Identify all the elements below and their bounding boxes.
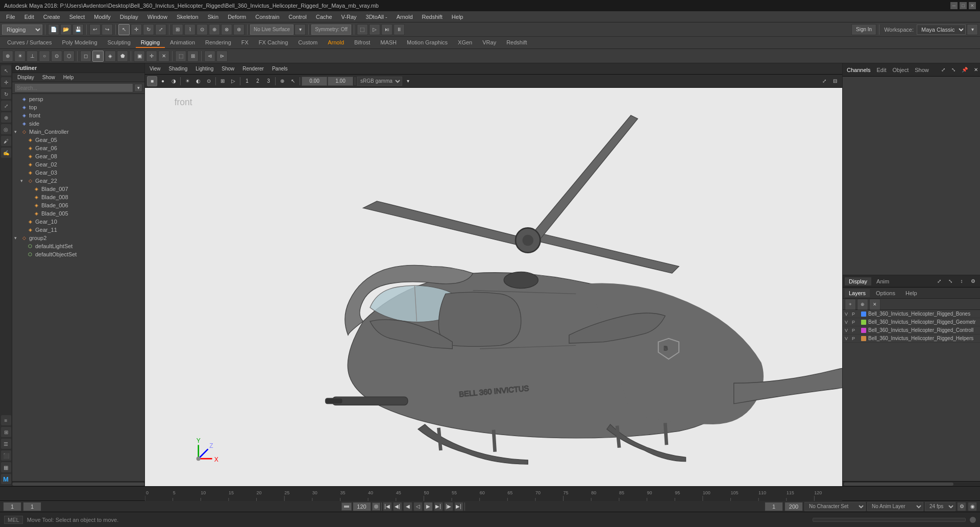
channelbox-pin-button[interactable]: 📌 [962, 65, 968, 75]
sidebar-icon-1[interactable]: ≡ [1, 415, 11, 425]
tree-item-gear05[interactable]: ◈ Gear_05 [12, 136, 144, 144]
channelbox-close-button[interactable]: ✕ [974, 65, 978, 75]
scale-icon[interactable]: ⤢ [1, 101, 11, 111]
menu-control[interactable]: Control [284, 13, 310, 21]
pause-button[interactable]: ⏸ [394, 24, 405, 35]
menu-select[interactable]: Select [65, 13, 89, 21]
menu-redshift[interactable]: Redshift [418, 13, 447, 21]
tab-bifrost[interactable]: Bifrost [349, 38, 375, 48]
viewport-lighting-menu[interactable]: Lighting [193, 65, 216, 72]
prev-frame-button[interactable]: ◀ [403, 502, 412, 511]
viewport-show-menu[interactable]: Show [219, 65, 237, 72]
menu-help[interactable]: Help [448, 13, 468, 21]
snap-grid-button[interactable]: ⊞ [172, 24, 183, 35]
tree-item-group2[interactable]: ▾ ◇ group2 [12, 234, 144, 242]
vp-flat-button[interactable]: ◑ [168, 76, 179, 86]
ctx-btn-13[interactable]: ✕ [158, 51, 169, 62]
vp-manip-button[interactable]: ⊕ [277, 76, 287, 86]
ipr-button[interactable]: ⏯ [381, 24, 393, 35]
layer-new-empty-button[interactable]: ⊕ [857, 299, 868, 310]
ctx-btn-10[interactable]: ⬟ [117, 51, 128, 62]
layer-v-bones[interactable]: V [845, 312, 852, 317]
sidebar-icon-2[interactable]: ⊞ [1, 427, 11, 437]
tree-item-defaultlightset[interactable]: ⬡ defaultLightSet [12, 242, 144, 250]
snap-live-button[interactable]: ⊛ [233, 24, 244, 35]
tree-item-gear08[interactable]: ◈ Gear_08 [12, 152, 144, 160]
tab-arnold[interactable]: Arnold [323, 38, 349, 48]
outliner-search-input[interactable] [14, 83, 133, 92]
ctx-btn-6[interactable]: ⬡ [63, 51, 75, 62]
menu-file[interactable]: File [2, 13, 19, 21]
tab-animation[interactable]: Animation [165, 38, 200, 48]
object-tab[interactable]: Object [892, 67, 909, 73]
layer-item-geometry[interactable]: V P Bell_360_Invictus_Helicopter_Rigged_… [843, 318, 980, 326]
tree-item-gear10[interactable]: ◈ Gear_10 [12, 218, 144, 226]
ctx-btn-17[interactable]: ⊳ [216, 51, 228, 62]
layer-settings-button[interactable]: ⚙ [968, 276, 978, 286]
tab-vray[interactable]: VRay [477, 38, 501, 48]
play-back-button[interactable]: ◁ [413, 502, 423, 511]
viewport-view-menu[interactable]: View [147, 65, 163, 72]
next-frame-button[interactable]: ▶| [434, 502, 443, 511]
timeline-ruler[interactable]: 0 5 10 15 20 25 30 35 40 45 50 55 60 [145, 487, 842, 501]
viewport-renderer-menu[interactable]: Renderer [240, 65, 266, 72]
vp-wireframe-button[interactable]: ■ [147, 76, 157, 86]
vp-res-high-button[interactable]: 3 [263, 76, 274, 86]
sidebar-icon-4[interactable]: ⬛ [1, 450, 11, 461]
tree-item-blade007[interactable]: ◈ Blade_007 [12, 185, 144, 193]
layer-delete-button[interactable]: ✕ [869, 299, 880, 310]
ctx-btn-11[interactable]: ▣ [134, 51, 145, 62]
tree-item-persp[interactable]: ◈ persp [12, 95, 144, 103]
soft-select-icon[interactable]: ◎ [1, 124, 11, 134]
select-tool-button[interactable]: ↖ [118, 24, 130, 35]
frame-max-input[interactable] [353, 502, 371, 511]
layer-item-bones[interactable]: V P Bell_360_Invictus_Helicopter_Rigged_… [843, 310, 980, 318]
tree-item-gear06[interactable]: ◈ Gear_06 [12, 144, 144, 152]
menu-3dto[interactable]: 3DtoAll - [362, 13, 391, 21]
frame-min-input[interactable] [23, 502, 41, 511]
channels-tab[interactable]: Channels [847, 67, 870, 73]
ctx-btn-8[interactable]: ◼ [92, 51, 104, 62]
tab-mash[interactable]: MASH [375, 38, 402, 48]
universal-manip-icon[interactable]: ⊕ [1, 112, 11, 123]
ctx-btn-1[interactable]: ⊕ [2, 51, 13, 62]
outliner-show-menu[interactable]: Show [40, 74, 57, 81]
menu-deform[interactable]: Deform [224, 13, 250, 21]
scale-tool-button[interactable]: ⤢ [155, 24, 166, 35]
vp-shadow-button[interactable]: ◐ [193, 76, 203, 86]
play-forward-button[interactable]: ▶ [424, 502, 433, 511]
snap-surface-button[interactable]: ⊗ [221, 24, 232, 35]
menu-create[interactable]: Create [39, 13, 64, 21]
tree-item-main-ctrl[interactable]: ▾ ◇ Main_Controller [12, 128, 144, 136]
save-file-button[interactable]: 💾 [72, 24, 84, 35]
ctx-btn-16[interactable]: ⊲ [204, 51, 215, 62]
channelbox-expand-button[interactable]: ⤢ [941, 65, 945, 75]
tree-item-gear02[interactable]: ◈ Gear_02 [12, 160, 144, 169]
snap-view-button[interactable]: ⊕ [209, 24, 220, 35]
tab-fx-caching[interactable]: FX Caching [254, 38, 293, 48]
mode-dropdown[interactable]: Rigging Modeling Sculpting Animation [2, 25, 42, 35]
layer-expand-button[interactable]: ⤢ [934, 276, 944, 286]
prev-key-button[interactable]: ◀| [393, 502, 402, 511]
vp-color-options-button[interactable]: ▾ [403, 76, 413, 86]
menu-display[interactable]: Display [116, 13, 142, 21]
sidebar-icon-5[interactable]: ▦ [1, 462, 11, 472]
render-button[interactable]: ▷ [369, 24, 380, 35]
redo-button[interactable]: ↪ [102, 24, 113, 35]
ctx-btn-5[interactable]: ⊙ [51, 51, 62, 62]
vp-sel-button[interactable]: ↖ [288, 76, 298, 86]
vp-res-low-button[interactable]: 1 [242, 76, 252, 86]
tab-curves-surfaces[interactable]: Curves / Surfaces [2, 38, 57, 48]
minimize-button[interactable]: ─ [950, 2, 958, 9]
paint-icon[interactable]: 🖌 [1, 136, 11, 146]
symmetry-off-indicator[interactable]: Symmetry: Off [311, 25, 351, 35]
fps-dropdown[interactable]: 24 fps 30 fps 60 fps [925, 502, 955, 511]
channelbox-collapse-button[interactable]: ⤡ [951, 65, 955, 75]
range-end-input[interactable] [785, 502, 803, 511]
layer-item-controls[interactable]: V P Bell_360_Invictus_Helicopter_Rigged_… [843, 326, 980, 334]
tree-item-gear11[interactable]: ◈ Gear_11 [12, 226, 144, 234]
undo-button[interactable]: ↩ [89, 24, 101, 35]
maximize-button[interactable]: □ [960, 2, 967, 9]
tree-item-gear03[interactable]: ◈ Gear_03 [12, 169, 144, 177]
new-file-button[interactable]: 📄 [48, 24, 59, 35]
